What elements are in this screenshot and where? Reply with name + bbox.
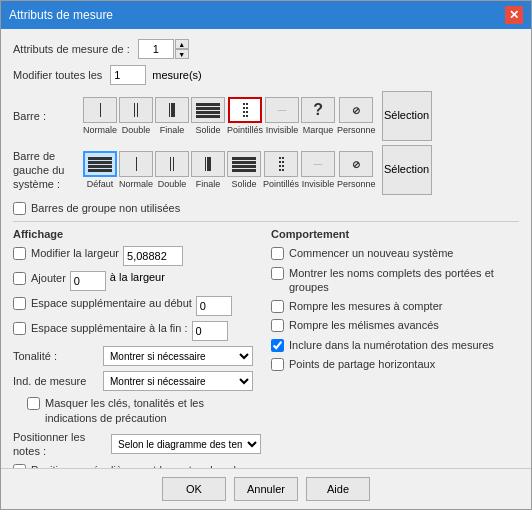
modifier-row: Modifier toutes les mesure(s) [13, 65, 519, 85]
bar-sys-btn-group-double: Double [155, 151, 189, 189]
close-button[interactable]: ✕ [505, 6, 523, 24]
positionner-row: Positionner les notes : Selon le diagram… [13, 430, 261, 459]
tonalite-label: Tonalité : [13, 350, 103, 362]
bar-sys-btn-group-defaut: Défaut [83, 151, 117, 189]
bar-label-personne: Personne [337, 125, 376, 135]
a-la-largeur-label: à la largeur [110, 271, 165, 283]
right-column: Comportement Commencer un nouveau systèm… [271, 228, 519, 468]
tonalite-row: Tonalité : Montrer si nécessaire [13, 346, 261, 366]
comportement-title: Comportement [271, 228, 519, 240]
bar-btn-marque[interactable]: ? [301, 97, 335, 123]
bar-btn-finale[interactable] [155, 97, 189, 123]
espace-fin-checkbox[interactable] [13, 322, 26, 335]
bar-btn-solide[interactable] [191, 97, 225, 123]
ok-button[interactable]: OK [162, 477, 226, 501]
barre-system-label: Barre de gauche du système : [13, 149, 83, 192]
ind-mesure-label: Ind. de mesure [13, 375, 103, 387]
spinner-down[interactable]: ▼ [175, 49, 189, 59]
commencer-label: Commencer un nouveau système [289, 246, 453, 260]
bar-sys-btn-defaut[interactable] [83, 151, 117, 177]
bar-btn-group-invisible: — Invisible [265, 97, 299, 135]
bar-sys-label-double: Double [158, 179, 187, 189]
masquer-checkbox[interactable] [27, 397, 40, 410]
ind-mesure-select[interactable]: Montrer si nécessaire [103, 371, 253, 391]
rompre-mesures-checkbox[interactable] [271, 300, 284, 313]
inclure-checkbox[interactable] [271, 339, 284, 352]
modifier-largeur-label: Modifier la largeur [31, 246, 119, 260]
bar-btn-group-double: Double [119, 97, 153, 135]
ajouter-row: Ajouter à la largeur [13, 271, 261, 291]
inclure-row: Inclure dans la numérotation des mesures [271, 338, 519, 352]
ajouter-label: Ajouter [31, 271, 66, 285]
annuler-button[interactable]: Annuler [234, 477, 298, 501]
bar-sys-btn-solide[interactable] [227, 151, 261, 177]
left-column: Affichage Modifier la largeur Ajouter à … [13, 228, 261, 468]
mesures-suffix: mesure(s) [152, 69, 202, 81]
bar-sys-btn-invisible[interactable]: — [301, 151, 335, 177]
espace-debut-checkbox[interactable] [13, 297, 26, 310]
bar-sys-btn-finale[interactable] [191, 151, 225, 177]
bar-sys-label-normale: Normale [119, 179, 153, 189]
bar-label-solide: Solide [196, 125, 221, 135]
espace-fin-label: Espace supplémentaire à la fin : [31, 321, 188, 335]
modifier-largeur-checkbox[interactable] [13, 247, 26, 260]
bar-btn-group-solide: Solide [191, 97, 225, 135]
masquer-row: Masquer les clés, tonalités et les indic… [27, 396, 261, 425]
modifier-input[interactable] [110, 65, 146, 85]
bar-label-marque: Marque [303, 125, 334, 135]
rompre-melismes-label: Rompre les mélismes avancés [289, 318, 439, 332]
barres-groupe-row: Barres de groupe non utilisées [13, 201, 519, 215]
ind-mesure-row: Ind. de mesure Montrer si nécessaire [13, 371, 261, 391]
bar-sys-btn-normale[interactable] [119, 151, 153, 177]
bar-btn-invisible[interactable]: — [265, 97, 299, 123]
montrer-noms-checkbox[interactable] [271, 267, 284, 280]
bottom-buttons: OK Annuler Aide [1, 468, 531, 509]
barres-groupe-checkbox[interactable] [13, 202, 26, 215]
bar-btn-pointilles[interactable] [228, 97, 262, 123]
bar-label-double: Double [122, 125, 151, 135]
positionner-label: Positionner les notes : [13, 430, 111, 459]
ajouter-checkbox[interactable] [13, 272, 26, 285]
commencer-checkbox[interactable] [271, 247, 284, 260]
rompre-melismes-checkbox[interactable] [271, 319, 284, 332]
points-label: Points de partage horizontaux [289, 357, 435, 371]
selection-barre-button[interactable]: Sélection [382, 91, 432, 141]
masquer-label: Masquer les clés, tonalités et les indic… [45, 396, 225, 425]
modifier-largeur-row: Modifier la largeur [13, 246, 261, 266]
bar-sys-btn-group-solide: Solide [227, 151, 261, 189]
attributs-label: Attributs de mesure de : [13, 43, 130, 55]
bar-btn-double[interactable] [119, 97, 153, 123]
largeur-input[interactable] [123, 246, 183, 266]
bar-sys-btn-personne[interactable]: ⊘ [339, 151, 373, 177]
barre-system-section: Barre de gauche du système : [13, 145, 519, 195]
bar-btn-personne[interactable]: ⊘ [339, 97, 373, 123]
bar-sys-btn-group-personne: ⊘ Personne [337, 151, 376, 189]
window-title: Attributs de mesure [9, 8, 113, 22]
spinner-up[interactable]: ▲ [175, 39, 189, 49]
rompre-melismes-row: Rompre les mélismes avancés [271, 318, 519, 332]
bar-label-normale: Normale [83, 125, 117, 135]
title-bar: Attributs de mesure ✕ [1, 1, 531, 29]
points-checkbox[interactable] [271, 358, 284, 371]
tonalite-select[interactable]: Montrer si nécessaire [103, 346, 253, 366]
selection-system-button[interactable]: Sélection [382, 145, 432, 195]
bar-buttons: Normale Double Finale [83, 97, 376, 135]
bar-sys-btn-double[interactable] [155, 151, 189, 177]
positionner-select[interactable]: Selon le diagramme des temps [111, 434, 261, 454]
espace-fin-input[interactable] [192, 321, 228, 341]
content-area: Attributs de mesure de : ▲ ▼ Modifier to… [1, 29, 531, 468]
modifier-label: Modifier toutes les [13, 69, 102, 81]
inclure-label: Inclure dans la numérotation des mesures [289, 338, 494, 352]
espace-debut-input[interactable] [196, 296, 232, 316]
ajouter-input[interactable] [70, 271, 106, 291]
rompre-mesures-label: Rompre les mesures à compter [289, 299, 442, 313]
main-window: Attributs de mesure ✕ Attributs de mesur… [0, 0, 532, 510]
bar-btn-normale[interactable] [83, 97, 117, 123]
bar-sys-label-defaut: Défaut [87, 179, 114, 189]
espace-fin-row: Espace supplémentaire à la fin : [13, 321, 261, 341]
bar-label-finale: Finale [160, 125, 185, 135]
attributs-spinner-input[interactable] [138, 39, 174, 59]
barres-groupe-label: Barres de groupe non utilisées [31, 201, 180, 215]
aide-button[interactable]: Aide [306, 477, 370, 501]
bar-sys-btn-pointilles[interactable] [264, 151, 298, 177]
